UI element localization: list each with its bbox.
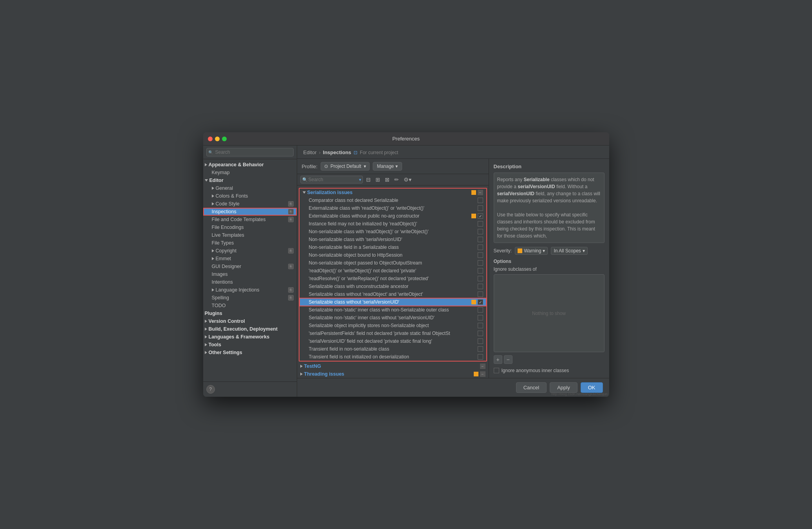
sidebar-item-appearance-behavior[interactable]: Appearance & Behavior bbox=[203, 161, 297, 169]
paint-button[interactable]: ✏ bbox=[393, 176, 401, 184]
sidebar-item-copyright[interactable]: Copyright ⎘ bbox=[203, 247, 297, 255]
sidebar-item-code-style[interactable]: Code Style ⎘ bbox=[203, 200, 297, 208]
sidebar-item-spelling[interactable]: Spelling ⎘ bbox=[203, 294, 297, 302]
minimize-button[interactable] bbox=[215, 137, 220, 141]
sidebar-item-plugins[interactable]: Plugins bbox=[203, 309, 297, 317]
check-box[interactable] bbox=[478, 268, 483, 273]
check-box[interactable] bbox=[478, 331, 483, 336]
expand-button[interactable]: ⊞ bbox=[374, 176, 382, 184]
settings-button[interactable]: ⚙▾ bbox=[402, 176, 413, 184]
testng-group-header[interactable]: TestNG − bbox=[297, 362, 489, 370]
tree-item[interactable]: Non-serializable object passed to Object… bbox=[300, 259, 486, 267]
tree-item[interactable]: Transient field is not initialized on de… bbox=[300, 353, 486, 361]
sidebar-search-input[interactable] bbox=[206, 148, 294, 157]
check-box[interactable] bbox=[478, 229, 483, 234]
tree-item[interactable]: Non-serializable object bound to HttpSes… bbox=[300, 251, 486, 259]
check-box[interactable] bbox=[478, 260, 483, 266]
collapse-btn[interactable]: − bbox=[478, 190, 483, 195]
filter-button[interactable]: ⊟ bbox=[364, 176, 372, 184]
tree-item[interactable]: Externalizable class without public no-a… bbox=[300, 212, 486, 220]
tree-item-selected[interactable]: Serializable class without 'serialVersio… bbox=[300, 298, 486, 306]
sidebar-item-emmet[interactable]: Emmet bbox=[203, 255, 297, 263]
sidebar-item-images[interactable]: Images bbox=[203, 270, 297, 278]
check-box[interactable] bbox=[478, 276, 483, 281]
collapse-btn[interactable]: − bbox=[480, 371, 485, 377]
help-button[interactable]: ? bbox=[206, 385, 215, 394]
tree-item[interactable]: Serializable object implicitly stores no… bbox=[300, 322, 486, 329]
sidebar-item-file-code-templates[interactable]: File and Code Templates ⎘ bbox=[203, 216, 297, 223]
severity-dropdown[interactable]: Warning ▾ bbox=[515, 247, 548, 255]
copy-icon: ⎘ bbox=[288, 217, 294, 222]
sidebar-item-inspections[interactable]: Inspections ⎘ bbox=[203, 208, 297, 216]
ignore-anon-checkbox[interactable] bbox=[494, 368, 499, 373]
sidebar-item-live-templates[interactable]: Live Templates bbox=[203, 231, 297, 239]
collapse-btn[interactable]: − bbox=[480, 363, 485, 369]
profile-dropdown[interactable]: ⊙ Project Default ▾ bbox=[321, 162, 370, 171]
apply-button[interactable]: Apply bbox=[550, 382, 577, 393]
tree-item[interactable]: Comparator class not declared Serializab… bbox=[300, 196, 486, 204]
tree-item[interactable]: 'serialVersionUID' field not declared 'p… bbox=[300, 337, 486, 345]
sidebar-item-todo[interactable]: TODO bbox=[203, 302, 297, 309]
check-box[interactable] bbox=[478, 338, 483, 344]
tree-item[interactable]: 'readObject()' or 'writeObject()' not de… bbox=[300, 267, 486, 275]
sidebar-item-other-settings[interactable]: Other Settings bbox=[203, 349, 297, 356]
check-box[interactable] bbox=[478, 307, 483, 313]
ok-button[interactable]: OK bbox=[581, 382, 603, 393]
tree-item[interactable]: Non-serializable field in a Serializable… bbox=[300, 243, 486, 251]
tree-item[interactable]: Serializable class with unconstructable … bbox=[300, 282, 486, 290]
severity-row: Severity: Warning ▾ In All Scopes ▾ bbox=[494, 247, 604, 255]
threading-group-header[interactable]: Threading issues − bbox=[297, 370, 489, 378]
tree-item[interactable]: 'serialPersistentFields' field not decla… bbox=[300, 329, 486, 337]
inspections-search-input[interactable] bbox=[300, 176, 363, 184]
sidebar-item-languages-frameworks[interactable]: Languages & Frameworks bbox=[203, 333, 297, 341]
sidebar-item-gui-designer[interactable]: GUI Designer ⎘ bbox=[203, 263, 297, 270]
check-box[interactable] bbox=[478, 221, 483, 227]
collapse-button[interactable]: ⊠ bbox=[383, 176, 391, 184]
check-box[interactable] bbox=[478, 284, 483, 289]
cancel-button[interactable]: Cancel bbox=[516, 382, 547, 393]
close-button[interactable] bbox=[208, 137, 213, 141]
sidebar-item-tools[interactable]: Tools bbox=[203, 341, 297, 349]
traffic-lights[interactable] bbox=[208, 137, 227, 141]
tree-item[interactable]: Instance field may not be initialized by… bbox=[300, 220, 486, 228]
sidebar-item-file-types[interactable]: File Types bbox=[203, 239, 297, 247]
tree-item[interactable]: 'readResolve()' or 'writeReplace()' not … bbox=[300, 275, 486, 282]
tree-item[interactable]: Serializable non-'static' inner class wi… bbox=[300, 314, 486, 322]
ignore-anon-row: Ignore anonymous inner classes bbox=[494, 368, 604, 373]
check-box[interactable] bbox=[478, 245, 483, 250]
remove-button[interactable]: − bbox=[504, 355, 512, 364]
sidebar-item-intentions[interactable]: Intentions bbox=[203, 278, 297, 286]
sidebar-item-editor[interactable]: Editor bbox=[203, 176, 297, 184]
sidebar-item-build-exec[interactable]: Build, Execution, Deployment bbox=[203, 325, 297, 333]
tree-item[interactable]: Serializable class without 'readObject' … bbox=[300, 290, 486, 298]
check-box[interactable] bbox=[478, 346, 483, 352]
serialization-group-header[interactable]: Serialization issues − bbox=[300, 189, 486, 196]
sidebar-item-file-encodings[interactable]: File Encodings bbox=[203, 223, 297, 231]
tree-item[interactable]: Transient field in non-serializable clas… bbox=[300, 345, 486, 353]
maximize-button[interactable] bbox=[222, 137, 227, 141]
sidebar-item-colors-fonts[interactable]: Colors & Fonts bbox=[203, 192, 297, 200]
manage-button[interactable]: Manage ▾ bbox=[373, 162, 402, 171]
check-box[interactable] bbox=[478, 299, 483, 305]
tree-item[interactable]: Non-serializable class with 'serialVersi… bbox=[300, 236, 486, 243]
check-box[interactable] bbox=[478, 198, 483, 203]
check-box[interactable] bbox=[478, 315, 483, 320]
tree-item[interactable]: Serializable non-'static' inner class wi… bbox=[300, 306, 486, 314]
check-box[interactable] bbox=[478, 213, 483, 219]
check-box[interactable] bbox=[478, 252, 483, 258]
sidebar-item-general[interactable]: General bbox=[203, 184, 297, 192]
sidebar-item-keymap[interactable]: Keymap bbox=[203, 169, 297, 176]
sidebar-item-version-control[interactable]: Version Control bbox=[203, 317, 297, 325]
group-label: TestNG bbox=[304, 363, 478, 369]
check-box[interactable] bbox=[478, 291, 483, 297]
add-button[interactable]: + bbox=[494, 355, 502, 364]
tree-item[interactable]: Non-serializable class with 'readObject(… bbox=[300, 228, 486, 236]
sidebar-item-language-injections[interactable]: Language Injections ⎘ bbox=[203, 286, 297, 294]
scope-dropdown[interactable]: In All Scopes ▾ bbox=[551, 247, 587, 255]
check-box[interactable] bbox=[478, 205, 483, 211]
check-box[interactable] bbox=[478, 354, 483, 360]
tree-item[interactable]: Externalizable class with 'readObject()'… bbox=[300, 204, 486, 212]
copy-icon: ⎘ bbox=[288, 248, 294, 254]
check-box[interactable] bbox=[478, 323, 483, 328]
check-box[interactable] bbox=[478, 237, 483, 242]
